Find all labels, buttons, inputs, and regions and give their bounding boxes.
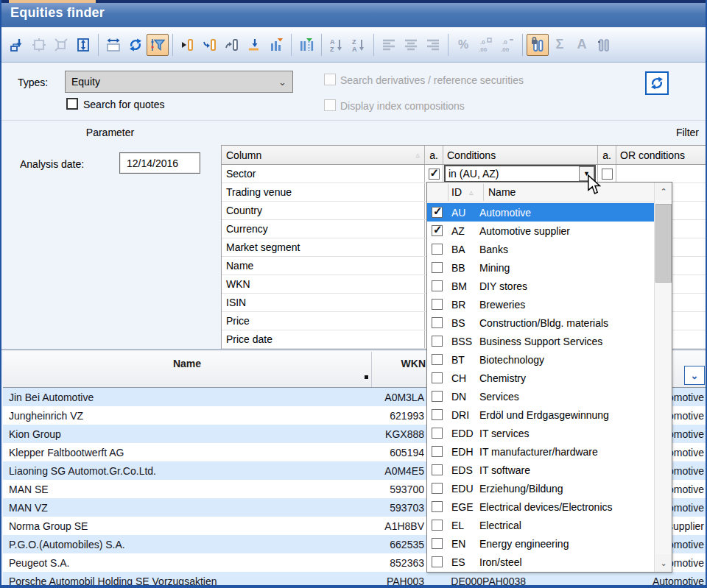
column-chart-icon[interactable]	[265, 34, 287, 56]
sector-option-checkbox[interactable]	[432, 464, 443, 475]
sector-option[interactable]: EDHIT manufacturer/hardware	[427, 442, 654, 461]
freeze-columns-icon[interactable]	[527, 34, 549, 56]
column-filter-button[interactable]: ⌄	[684, 366, 705, 385]
sector-option-checkbox[interactable]	[432, 391, 443, 402]
sector-option[interactable]: ESIron/steel	[427, 553, 654, 571]
filter-row[interactable]: Sector in (AU, AZ) ▼	[222, 165, 706, 183]
sector-option-checkbox[interactable]	[432, 299, 443, 310]
fit-width-icon[interactable]	[102, 34, 124, 56]
refresh-button[interactable]	[645, 71, 669, 95]
insert-column-icon[interactable]	[177, 34, 199, 56]
font-icon[interactable]: A	[571, 34, 593, 56]
search-quotes-label: Search for quotes	[83, 99, 165, 110]
sector-option[interactable]: ENEnergy engineering	[427, 534, 654, 553]
analysis-date-input[interactable]: 12/14/2016	[119, 152, 200, 174]
sector-option[interactable]: EDUErziehung/Bildung	[427, 479, 654, 497]
sector-option-checkbox[interactable]	[432, 336, 443, 347]
scroll-up-icon[interactable]: ⌃	[655, 183, 672, 200]
sector-option-checkbox[interactable]	[432, 501, 443, 512]
sector-option[interactable]: BMDIY stores	[427, 277, 654, 295]
sector-option-checkbox[interactable]	[432, 372, 443, 383]
header-column[interactable]: Column▵	[222, 146, 425, 164]
dropdown-scrollbar[interactable]: ⌃ ⌄	[654, 183, 672, 572]
search-derivatives-label: Search derivatives / reference securitie…	[340, 74, 524, 86]
sort-ascending-icon[interactable]: AZ	[326, 34, 348, 56]
sector-option-checkbox[interactable]	[432, 556, 443, 567]
sum-icon[interactable]: Σ	[549, 34, 571, 56]
header-a1[interactable]: a.	[425, 146, 443, 164]
add-decimal-icon[interactable]: .0.00	[474, 34, 496, 56]
sector-option-checkbox[interactable]	[432, 446, 443, 457]
sector-option[interactable]: ELElectrical	[427, 516, 654, 534]
sector-option-checkbox[interactable]	[432, 207, 443, 218]
align-center-icon[interactable]	[400, 34, 422, 56]
hide-column-icon[interactable]	[295, 34, 317, 56]
svg-text:Z: Z	[352, 38, 356, 46]
svg-text:.0: .0	[480, 39, 485, 46]
dropdown-header-name[interactable]: Name	[488, 186, 516, 198]
collapse-icon[interactable]	[50, 34, 72, 56]
percent-icon[interactable]: %	[452, 34, 474, 56]
sector-option[interactable]: AUAutomotive	[427, 203, 654, 222]
sector-option[interactable]: BSSBusiness Support Services	[427, 332, 654, 350]
sector-option-checkbox[interactable]	[432, 538, 443, 549]
sector-option[interactable]: DRIErdöl und Erdgasgewinnung	[427, 405, 654, 424]
move-column-right-icon[interactable]	[199, 34, 221, 56]
results-header-wkn[interactable]: WKN	[371, 358, 426, 369]
sector-option-checkbox[interactable]	[432, 280, 443, 291]
row-active-checkbox[interactable]	[429, 169, 440, 180]
sector-option[interactable]: DNServices	[427, 387, 654, 405]
refresh-icon[interactable]	[124, 34, 147, 56]
move-column-left-icon[interactable]	[221, 34, 243, 56]
scroll-down-icon[interactable]: ⌄	[655, 554, 672, 572]
condition-combobox[interactable]: in (AU, AZ) ▼	[444, 165, 596, 183]
load-row-icon[interactable]	[243, 34, 265, 56]
sector-option[interactable]: BRBreweries	[427, 295, 654, 314]
sector-option-checkbox[interactable]	[432, 317, 443, 328]
header-or-conditions[interactable]: OR conditions	[616, 146, 706, 164]
sector-option[interactable]: BABanks	[427, 240, 654, 258]
titlebar[interactable]: Equities finder	[1, 3, 707, 27]
result-row[interactable]: Porsche Automobil Holding SE Vorzugsakti…	[3, 572, 707, 585]
sector-option[interactable]: EGEElectrical devices/Electronics	[427, 497, 654, 516]
header-conditions[interactable]: Conditions	[443, 146, 598, 164]
toolbar-separator	[448, 34, 449, 56]
sector-dropdown-items: AUAutomotive AZAutomotive supplier BABan…	[427, 203, 654, 571]
sector-option-checkbox[interactable]	[432, 262, 443, 273]
filter-icon[interactable]	[147, 34, 169, 56]
sector-option[interactable]: BBMining	[427, 258, 654, 277]
sector-option[interactable]: AZAutomotive supplier	[427, 222, 654, 240]
fit-height-icon[interactable]	[72, 34, 94, 56]
sector-option[interactable]: EDDIT services	[427, 424, 654, 442]
sector-option-checkbox[interactable]	[432, 225, 443, 236]
svg-text:.0: .0	[502, 39, 507, 46]
sector-option-checkbox[interactable]	[432, 520, 443, 531]
remove-decimal-icon[interactable]: .0.00	[496, 34, 518, 56]
dropdown-header-id[interactable]: ID	[451, 186, 462, 198]
equities-finder-window: Equities finder AZ ZA % .0.00 .0.00 Σ A	[0, 0, 707, 588]
search-quotes-checkbox[interactable]	[66, 98, 78, 110]
align-left-icon[interactable]	[378, 34, 400, 56]
sector-option-checkbox[interactable]	[432, 244, 443, 255]
types-select[interactable]: Equity ⌄	[65, 71, 293, 93]
refresh-icon	[649, 75, 665, 91]
align-right-icon[interactable]	[422, 34, 444, 56]
sector-option-checkbox[interactable]	[432, 354, 443, 365]
expand-icon[interactable]	[28, 34, 50, 56]
sector-option[interactable]: EDSIT software	[427, 461, 654, 479]
sector-option-checkbox[interactable]	[432, 483, 443, 494]
results-header-name[interactable]: Name	[3, 358, 371, 369]
toolbar: AZ ZA % .0.00 .0.00 Σ A	[1, 27, 707, 63]
scrollbar-thumb[interactable]	[655, 204, 672, 283]
sector-option[interactable]: BTBiotechnology	[427, 350, 654, 369]
sort-descending-icon[interactable]: ZA	[348, 34, 370, 56]
header-a2[interactable]: a.	[598, 146, 616, 164]
section-divider	[1, 120, 707, 121]
sector-option-checkbox[interactable]	[432, 409, 443, 420]
export-icon[interactable]	[6, 34, 28, 56]
sector-option[interactable]: BSConstruction/Bldg. materials	[427, 314, 654, 332]
sector-option[interactable]: CHChemistry	[427, 369, 654, 387]
column-format-icon[interactable]	[593, 34, 615, 56]
sector-option-checkbox[interactable]	[432, 428, 443, 439]
types-selected-value: Equity	[71, 76, 100, 88]
